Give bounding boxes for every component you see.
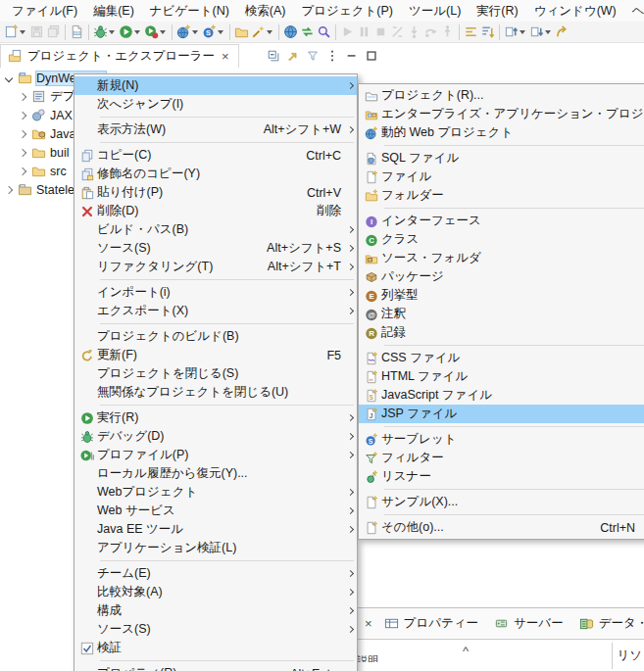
menu-item-プロジェクトのビルドB[interactable]: プロジェクトのビルド(B) [74, 327, 357, 346]
view-tool-link-editor[interactable] [286, 46, 300, 66]
collapse-caret[interactable]: ^ [463, 644, 469, 658]
menu-item-CSSファイル[interactable]: CSS ファイル [359, 349, 644, 367]
menu-item-記録[interactable]: R記録 [359, 323, 644, 342]
dropdown-caret-icon[interactable] [20, 30, 25, 34]
expand-chevron-icon[interactable] [19, 92, 26, 100]
toolbar-button-sync[interactable] [299, 23, 316, 42]
menu-item-Webサービス[interactable]: Web サービス [74, 502, 357, 520]
dropdown-caret-icon[interactable] [520, 30, 525, 34]
toolbar-button-wand[interactable] [250, 23, 275, 42]
menu-item-ソースS[interactable]: ソース(S) [74, 620, 357, 639]
toolbar-button-new-web-wizard[interactable] [175, 23, 201, 42]
toolbar-button-coverage[interactable] [143, 23, 169, 42]
menu-item-検証[interactable]: 検証 [74, 639, 357, 657]
menu-item-エンタープライズ・アプリケーション・プロジェクト[interactable]: エンタープライズ・アプリケーション・プロジェクト [359, 105, 644, 123]
menu-item-JSPファイル[interactable]: JJSP ファイル [359, 405, 644, 423]
view-tool-maximize[interactable] [365, 46, 378, 66]
menubar-item[interactable]: ヘルプ(H) [624, 1, 644, 22]
dropdown-caret-icon[interactable] [545, 30, 551, 34]
menu-item-削除D[interactable]: 削除(D)削除 [74, 202, 357, 220]
menu-item-貼り付けP[interactable]: 貼り付け(P)Ctrl+V [74, 183, 357, 202]
menu-item-プロジェクトを閉じるS[interactable]: プロジェクトを閉じる(S) [74, 364, 357, 383]
menu-item-ソース・フォルダ[interactable]: ソース・フォルダ [359, 249, 644, 267]
menubar-item[interactable]: ツール(L) [401, 1, 469, 22]
menu-item-更新F[interactable]: 更新(F)F5 [74, 346, 357, 364]
menu-item-リスナー[interactable]: リスナー [359, 467, 644, 486]
menu-item-動的Webプロジェクト[interactable]: 動的 Web プロジェクト [359, 123, 644, 142]
menu-item-クラス[interactable]: Cクラス [359, 230, 644, 249]
menu-item-注釈[interactable]: @注釈 [359, 305, 644, 323]
menu-item-サンプルX[interactable]: サンプル(X)... [359, 493, 644, 511]
expand-chevron-icon[interactable] [19, 111, 26, 119]
dropdown-caret-icon[interactable] [134, 30, 140, 34]
toolbar-button-binary-file[interactable]: 010 [69, 23, 85, 42]
dropdown-caret-icon[interactable] [109, 30, 115, 34]
menu-item-Webプロジェクト[interactable]: Webプロジェクト [74, 483, 357, 502]
toolbar-button-prev-annotation[interactable] [503, 23, 528, 42]
menu-item-プロパティR[interactable]: プロパティ(R)Alt+Enter [74, 664, 357, 671]
tab-project-explorer[interactable]: プロジェクト・エクスプローラー × [0, 44, 239, 68]
toolbar-button-open-folder[interactable] [233, 23, 250, 42]
menu-item-ファイル[interactable]: ファイル [359, 168, 644, 186]
dropdown-caret-icon[interactable] [218, 30, 223, 34]
menu-item-次へジャンプI[interactable]: 次へジャンプ(I) [74, 95, 357, 114]
menu-item-パッケージ[interactable]: パッケージ [359, 267, 644, 286]
menu-item-ビルド・パスB[interactable]: ビルド・パス(B) [74, 220, 357, 239]
menu-item-コピーC[interactable]: コピー(C)Ctrl+C [74, 146, 357, 165]
toolbar-button-run[interactable] [118, 23, 143, 42]
view-tool-minimize[interactable] [345, 46, 359, 66]
menu-item-リファクタリングT[interactable]: リファクタリング(T)Alt+シフト+T [74, 258, 357, 276]
toolbar-button-sort[interactable] [479, 23, 496, 42]
expand-chevron-icon[interactable] [5, 73, 13, 81]
menu-item-SQLファイル[interactable]: SQL ファイル [359, 149, 644, 168]
menubar-item[interactable]: ウィンドウ(W) [526, 1, 624, 22]
menu-item-サーブレット[interactable]: Sサーブレット [359, 430, 644, 449]
toolbar-button-new-wizard[interactable] [3, 23, 28, 42]
menubar-item[interactable]: ナビゲート(N) [142, 1, 237, 22]
menubar-item[interactable]: 編集(E) [85, 1, 142, 22]
menu-item-HTMLファイル[interactable]: ‹›HTML ファイル [359, 367, 644, 386]
menu-item-その他o[interactable]: その他(o)...Ctrl+N [359, 518, 644, 537]
menu-item-エクスポートX[interactable]: エクスポート(X) [74, 302, 357, 320]
dropdown-caret-icon[interactable] [267, 30, 272, 34]
menu-item-新規N[interactable]: 新規(N) [74, 76, 357, 95]
toolbar-button-servlet-wizard[interactable]: S [201, 23, 226, 42]
close-icon[interactable]: × [220, 49, 231, 64]
bottom-tab-データ・ソース・エクスプロー[interactable]: データ・ソース・エクスプロー [573, 610, 644, 636]
menubar-item[interactable]: 実行(R) [469, 1, 525, 22]
menu-item-デバッグD[interactable]: デバッグ(D) [74, 427, 357, 446]
menu-item-アプリケーション検証L[interactable]: アプリケーション検証(L) [74, 539, 357, 557]
menu-item-列挙型[interactable]: E列挙型 [359, 286, 644, 305]
toolbar-button-last-edit[interactable] [554, 23, 570, 42]
menu-item-JavaEEツール[interactable]: Java EE ツール [74, 520, 357, 539]
toolbar-button-globe[interactable] [282, 23, 299, 42]
menu-item-ソースS[interactable]: ソース(S)Alt+シフト+S [74, 239, 357, 258]
menu-item-構成[interactable]: 構成 [74, 601, 357, 620]
expand-chevron-icon[interactable] [19, 167, 26, 174]
close-icon[interactable]: × [365, 616, 372, 631]
menu-item-プロジェクトR[interactable]: プロジェクト(R)... [359, 86, 644, 105]
toolbar-button-mark-occurrences[interactable] [463, 23, 479, 42]
menu-item-フォルダー[interactable]: フォルダー [359, 186, 644, 205]
menu-item-インポートi[interactable]: インポート(i) [74, 283, 357, 302]
menubar-item[interactable]: ファイル(F) [4, 1, 85, 22]
view-tool-collapse-all[interactable] [267, 46, 280, 66]
menu-item-表示方法W[interactable]: 表示方法(W)Alt+シフト+W [74, 120, 357, 139]
toolbar-button-search[interactable] [316, 23, 332, 42]
expand-chevron-icon[interactable] [5, 185, 13, 193]
menu-item-比較対象A[interactable]: 比較対象(A) [74, 583, 357, 601]
menu-item-JavaScriptファイル[interactable]: SJavaScript ファイル [359, 386, 644, 405]
expand-chevron-icon[interactable] [19, 129, 26, 137]
view-tool-view-menu[interactable] [325, 46, 339, 66]
bottom-tab-プロパティー[interactable]: プロパティー [378, 610, 484, 636]
expand-chevron-icon[interactable] [19, 148, 26, 156]
dropdown-caret-icon[interactable] [160, 30, 166, 34]
menu-item-チームE[interactable]: チーム(E) [74, 564, 357, 583]
menubar-item[interactable]: プロジェクト(P) [294, 1, 401, 22]
menu-item-フィルター[interactable]: フィルター [359, 449, 644, 467]
dropdown-caret-icon[interactable] [192, 30, 198, 34]
menu-item-実行R[interactable]: 実行(R) [74, 408, 357, 427]
menu-item-修飾名のコピーY[interactable]: 修飾名のコピー(Y) [74, 165, 357, 183]
menu-item-無関係なプロジェクトを閉じるU[interactable]: 無関係なプロジェクトを閉じる(U) [74, 383, 357, 402]
menu-item-ローカル履歴から復元Y[interactable]: ローカル履歴から復元(Y)... [74, 464, 357, 483]
